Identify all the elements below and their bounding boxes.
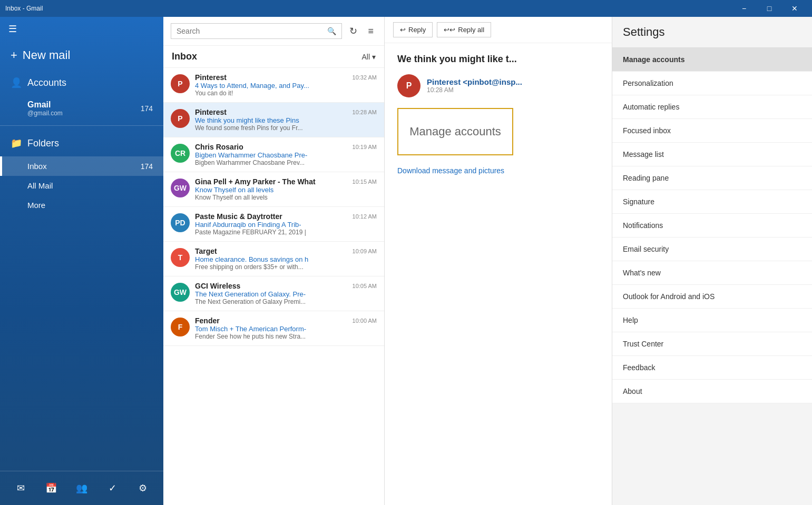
download-link[interactable]: Download message and pictures (397, 166, 504, 175)
settings-title: Settings (612, 17, 812, 48)
all-mail-folder-label: All Mail (27, 181, 53, 190)
new-mail-plus-icon: + (11, 48, 17, 62)
email-content: Fender 10:00 AM Tom Misch + The American… (195, 316, 377, 340)
email-item[interactable]: PD Paste Music & Daytrotter 10:12 AM Han… (163, 207, 384, 242)
filter-icon[interactable]: ≡ (365, 23, 377, 40)
email-item[interactable]: GW Gina Pell + Amy Parker - The What 10:… (163, 172, 384, 207)
email-preview: The Next Generation of Galaxy Premi... (195, 298, 377, 305)
inbox-header: Inbox All ▾ (163, 46, 384, 68)
email-time: 10:09 AM (353, 248, 377, 254)
gmail-account-count: 174 (141, 104, 153, 113)
settings-item-help[interactable]: Help (612, 309, 812, 332)
new-mail-button[interactable]: + New mail (0, 41, 163, 70)
more-label: More (27, 201, 45, 210)
email-subject: 4 Ways to Attend, Manage, and Pay... (195, 82, 377, 90)
search-box[interactable]: 🔍 (171, 23, 342, 39)
settings-item-about[interactable]: About (612, 380, 812, 403)
minimize-button[interactable]: − (732, 0, 756, 17)
email-item[interactable]: T Target 10:09 AM Home clearance. Bonus … (163, 242, 384, 276)
reply-label: Reply (408, 26, 426, 34)
settings-item-trust-center[interactable]: Trust Center (612, 332, 812, 356)
email-avatar: PD (171, 213, 190, 232)
email-sender: Target (195, 247, 217, 255)
settings-item-outlook-for-android-and-ios[interactable]: Outlook for Android and iOS (612, 285, 812, 309)
settings-item-personalization[interactable]: Personalization (612, 72, 812, 95)
gmail-account-email: @gmail.com (27, 110, 63, 117)
email-preview: Free shipping on orders $35+ or with... (195, 263, 377, 271)
settings-item-automatic-replies[interactable]: Automatic replies (612, 95, 812, 119)
gmail-account[interactable]: Gmail @gmail.com 174 (0, 96, 163, 121)
folders-icon: 📁 (11, 137, 22, 149)
manage-accounts-box[interactable]: Manage accounts (397, 108, 513, 155)
email-content: Gina Pell + Amy Parker - The What 10:15 … (195, 177, 377, 201)
email-subject: Know Thyself on all levels (195, 186, 377, 194)
all-mail-folder-item[interactable]: All Mail (0, 176, 163, 195)
window-title: Inbox - Gmail (5, 5, 43, 12)
email-list: 🔍 ↻ ≡ Inbox All ▾ P Pinterest 10:32 AM 4… (163, 17, 385, 505)
settings-item-focused-inbox[interactable]: Focused inbox (612, 119, 812, 143)
email-sender: Paste Music & Daytrotter (195, 212, 282, 221)
hamburger-icon[interactable]: ☰ (0, 17, 163, 41)
settings-item-signature[interactable]: Signature (612, 190, 812, 214)
email-sender: Pinterest (195, 108, 227, 116)
inbox-folder-item[interactable]: Inbox 174 (0, 156, 163, 176)
email-time: 10:28 AM (353, 109, 377, 115)
email-meta: Pinterest 10:28 AM (195, 108, 377, 116)
email-content: Pinterest 10:32 AM 4 Ways to Attend, Man… (195, 73, 377, 97)
settings-item-notifications[interactable]: Notifications (612, 214, 812, 237)
footer-mail-button[interactable]: ✉ (10, 478, 31, 499)
email-time: 10:19 AM (353, 144, 377, 150)
reply-all-label: Reply all (458, 26, 484, 34)
check-icon: ✓ (109, 482, 116, 494)
email-item[interactable]: P Pinterest 10:28 AM We think you might … (163, 103, 384, 137)
search-icon[interactable]: 🔍 (327, 27, 336, 35)
folders-label: Folders (27, 138, 59, 149)
inbox-filter[interactable]: All ▾ (361, 53, 376, 61)
email-content: Paste Music & Daytrotter 10:12 AM Hanif … (195, 212, 377, 236)
reply-icon: ↩ (400, 26, 406, 34)
email-subject: We think you might like these Pins (195, 116, 377, 124)
footer-settings-button[interactable]: ⚙ (132, 478, 153, 499)
settings-item-message-list[interactable]: Message list (612, 143, 812, 166)
refresh-icon[interactable]: ↻ (346, 22, 360, 40)
inbox-title: Inbox (172, 51, 197, 62)
more-button[interactable]: More (0, 195, 163, 215)
email-item[interactable]: GW GCI Wireless 10:05 AM The Next Genera… (163, 276, 384, 311)
email-sender: Chris Rosario (195, 143, 243, 151)
email-avatar: GW (171, 283, 190, 302)
email-item[interactable]: P Pinterest 10:32 AM 4 Ways to Attend, M… (163, 68, 384, 103)
restore-button[interactable]: □ (757, 0, 781, 17)
settings-item-email-security[interactable]: Email security (612, 237, 812, 261)
email-list-header: 🔍 ↻ ≡ (163, 17, 384, 46)
email-meta: Fender 10:00 AM (195, 316, 377, 325)
footer-check-button[interactable]: ✓ (102, 478, 123, 499)
accounts-section[interactable]: 👤 Accounts (0, 70, 163, 96)
settings-item-feedback[interactable]: Feedback (612, 356, 812, 380)
new-mail-label: New mail (23, 48, 70, 62)
reply-button[interactable]: ↩ Reply (393, 22, 433, 37)
settings-item-reading-pane[interactable]: Reading pane (612, 166, 812, 190)
folders-section[interactable]: 📁 Folders (0, 130, 163, 156)
email-item[interactable]: CR Chris Rosario 10:19 AM Bigben Warhamm… (163, 137, 384, 172)
email-meta: Chris Rosario 10:19 AM (195, 143, 377, 151)
email-meta: Paste Music & Daytrotter 10:12 AM (195, 212, 377, 221)
email-item[interactable]: F Fender 10:00 AM Tom Misch + The Americ… (163, 311, 384, 346)
email-time: 10:00 AM (353, 318, 377, 324)
manage-accounts-text: Manage accounts (409, 125, 501, 138)
email-time: 10:15 AM (353, 179, 377, 185)
settings-panel: Settings Manage accountsPersonalizationA… (612, 17, 812, 505)
settings-item-what's-new[interactable]: What's new (612, 261, 812, 285)
email-subject: Hanif Abdurraqib on Finding A Trib- (195, 221, 377, 229)
footer-calendar-button[interactable]: 📅 (41, 478, 62, 499)
settings-item-manage-accounts[interactable]: Manage accounts (612, 48, 812, 72)
email-content: Pinterest 10:28 AM We think you might li… (195, 108, 377, 132)
footer-people-button[interactable]: 👥 (71, 478, 92, 499)
sender-avatar: P (397, 74, 420, 97)
email-preview: Bigben Warhammer Chaosbane Prev... (195, 159, 377, 166)
search-input[interactable] (177, 27, 327, 35)
email-meta: Gina Pell + Amy Parker - The What 10:15 … (195, 177, 377, 186)
gmail-account-info: Gmail @gmail.com (27, 100, 63, 117)
reply-all-button[interactable]: ↩↩ Reply all (437, 22, 491, 37)
close-button[interactable]: ✕ (782, 0, 807, 17)
filter-chevron-icon: ▾ (372, 53, 376, 61)
